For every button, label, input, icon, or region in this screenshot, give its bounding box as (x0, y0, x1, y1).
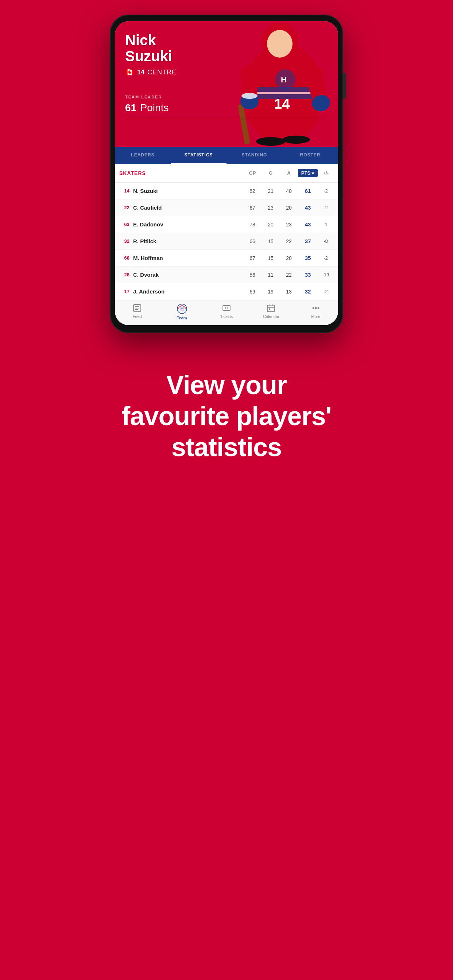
stat-a: 20 (280, 255, 298, 261)
player-info-row: 🇨🇦 14 CENTRE (125, 68, 328, 76)
nav-item-more[interactable]: More (293, 303, 338, 320)
player-name-cell: J. Anderson (133, 288, 243, 294)
stat-pts: 37 (298, 238, 318, 244)
tab-statistics[interactable]: STATISTICS (171, 147, 226, 164)
skaters-label: SKATERS (119, 170, 243, 176)
stats-section: SKATERS GP G A PTS +/- 14 N. Suzuki (115, 164, 338, 300)
calendar-label: Calendar (263, 314, 279, 319)
player-name-cell: R. Pitlick (133, 238, 243, 244)
stat-a: 22 (280, 272, 298, 278)
stat-pm: -2 (318, 205, 334, 210)
more-icon (311, 303, 321, 313)
svg-point-32 (315, 307, 317, 309)
tab-leaders[interactable]: LEADERS (115, 147, 171, 164)
player-number-cell: 68 (119, 255, 129, 261)
col-gp: GP (243, 170, 262, 176)
player-number-cell: 14 (119, 188, 129, 194)
stat-g: 11 (262, 272, 280, 278)
stat-pts: 33 (298, 272, 318, 278)
points-label: Points (140, 102, 169, 113)
team-icon: H (177, 303, 187, 314)
player-number-cell: 32 (119, 239, 129, 244)
player-number: 14 (137, 68, 144, 76)
player-number-cell: 22 (119, 205, 129, 210)
team-leader-section: TEAM LEADER 61 Points (125, 95, 328, 119)
player-name-cell: C. Caufield (133, 205, 243, 211)
promo-line2: favourite players' (121, 401, 331, 431)
phone-screen: 14 H (115, 21, 338, 325)
col-plusminus: +/- (318, 170, 334, 176)
player-name-cell: E. Dadonov (133, 221, 243, 228)
promo-line3: statistics (171, 433, 282, 461)
stat-pts: 61 (298, 188, 318, 194)
col-g: G (262, 170, 280, 176)
stat-g: 19 (262, 289, 280, 294)
player-name-cell: C. Dvorak (133, 272, 243, 278)
stat-gp: 69 (243, 289, 262, 294)
points-value: 61 (125, 102, 136, 113)
svg-point-33 (317, 307, 319, 309)
nav-item-feed[interactable]: Feed (115, 303, 160, 320)
team-leader-label: TEAM LEADER (125, 95, 328, 99)
promo-line1: View your (166, 371, 287, 399)
player-position: CENTRE (147, 68, 177, 76)
nav-item-team[interactable]: H Team (160, 303, 204, 320)
stat-pm: -8 (318, 239, 334, 244)
player-name-cell: M. Hoffman (133, 255, 243, 261)
country-flag: 🇨🇦 (125, 68, 134, 76)
stat-pm: 4 (318, 222, 334, 227)
stat-g: 15 (262, 239, 280, 244)
more-label: More (311, 314, 320, 319)
svg-text:H: H (180, 307, 183, 312)
stat-pm: -2 (318, 188, 334, 194)
stat-gp: 67 (243, 205, 262, 211)
tab-roster[interactable]: ROSTER (282, 147, 338, 164)
tickets-label: Tickets (220, 314, 233, 319)
svg-point-10 (256, 137, 285, 146)
stat-a: 13 (280, 289, 298, 294)
hero-section: 14 H (115, 21, 338, 147)
table-row: 14 N. Suzuki 82 21 40 61 -2 (115, 183, 338, 199)
table-row: 63 E. Dadonov 78 20 23 43 4 (115, 216, 338, 233)
stat-pts: 43 (298, 205, 318, 211)
player-first-name: Nick (125, 32, 328, 48)
feed-icon (132, 303, 142, 313)
player-number-cell: 17 (119, 289, 129, 294)
stat-gp: 56 (243, 272, 262, 278)
player-number-cell: 63 (119, 222, 129, 227)
stat-pts: 43 (298, 221, 318, 228)
stat-a: 20 (280, 205, 298, 211)
stat-gp: 66 (243, 239, 262, 244)
feed-label: Feed (133, 314, 142, 319)
stat-gp: 78 (243, 222, 262, 228)
sort-arrow (311, 172, 314, 175)
table-row: 32 R. Pitlick 66 15 22 37 -8 (115, 233, 338, 250)
nav-item-tickets[interactable]: Tickets (204, 303, 249, 320)
table-row: 22 C. Caufield 67 23 20 43 -2 (115, 199, 338, 216)
bottom-nav: Feed H Team (115, 300, 338, 325)
stat-a: 22 (280, 239, 298, 244)
stat-g: 20 (262, 222, 280, 228)
svg-point-31 (312, 307, 314, 309)
stat-g: 21 (262, 188, 280, 194)
stat-pts: 35 (298, 255, 318, 261)
stat-g: 15 (262, 255, 280, 261)
player-last-name: Suzuki (125, 48, 328, 64)
tab-standing[interactable]: STANDING (226, 147, 282, 164)
player-number-cell: 28 (119, 272, 129, 277)
phone-frame: 14 H (110, 14, 343, 333)
table-row: 68 M. Hoffman 67 15 20 35 -2 (115, 250, 338, 267)
team-label: Team (177, 316, 187, 320)
stat-pm: -2 (318, 255, 334, 261)
calendar-icon (266, 303, 276, 313)
stat-gp: 67 (243, 255, 262, 261)
stat-a: 23 (280, 222, 298, 228)
promo-section: View your favourite players' statistics (92, 370, 360, 463)
tickets-icon (222, 303, 231, 313)
col-a: A (280, 170, 298, 176)
nav-item-calendar[interactable]: Calendar (249, 303, 293, 320)
page-container: 14 H (0, 0, 453, 980)
player-name: Nick Suzuki (125, 32, 328, 64)
player-name-cell: N. Suzuki (133, 188, 243, 194)
col-pts[interactable]: PTS (298, 169, 318, 177)
